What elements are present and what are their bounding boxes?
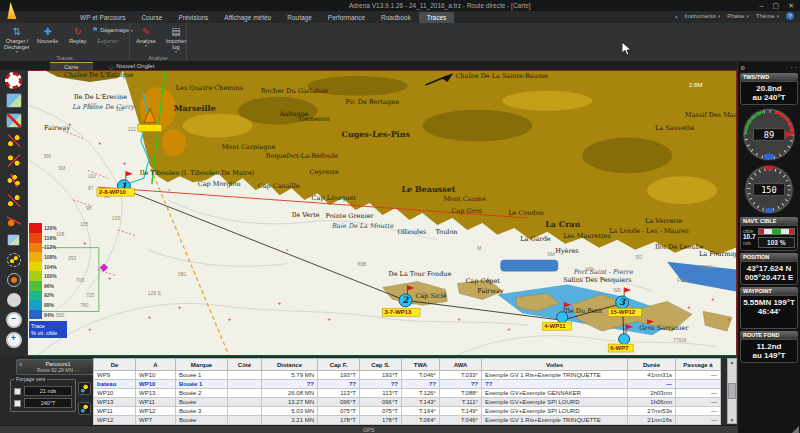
menu-tab-affichage-m-t-o[interactable]: Affichage météo xyxy=(216,12,279,23)
chart-symbol: 252 xyxy=(68,256,77,261)
legend-row: 112% xyxy=(29,243,65,253)
resize-grip[interactable] xyxy=(792,426,799,433)
map-place-label: Toulon xyxy=(435,228,457,236)
menu-tab-course[interactable]: Course xyxy=(133,12,170,23)
chart-symbol: 128 S xyxy=(148,292,162,297)
table-row[interactable]: WP12WP7Bouée3.21 MN178°T178°TT.064°T.046… xyxy=(94,416,721,425)
legs-table: DeAMarqueCôtéDistanceCap F.Cap S.TWAAWAV… xyxy=(93,358,721,425)
menu-tab-performance[interactable]: Performance xyxy=(320,12,373,23)
column-header[interactable]: Distance xyxy=(262,359,318,371)
minimize-button[interactable]: – xyxy=(760,1,764,10)
column-header[interactable]: A xyxy=(136,359,176,371)
close-parcours-button[interactable]: x xyxy=(19,361,22,373)
chart-small-icon[interactable] xyxy=(4,232,24,248)
zoom-window-icon[interactable] xyxy=(4,292,24,308)
panel-options-icon[interactable]: ▪ ▪ xyxy=(791,65,798,70)
legend-row: 88% xyxy=(29,300,65,310)
map-place-label: 2.8M xyxy=(689,82,702,88)
column-header[interactable]: Cap F. xyxy=(318,359,360,371)
boat-flag-icon[interactable] xyxy=(4,212,24,228)
column-header[interactable]: De xyxy=(94,359,136,371)
wind-pick-button[interactable] xyxy=(78,382,91,395)
chart-canvas[interactable]: ++++++++++++++++879398103105108110111107… xyxy=(28,71,736,355)
nouvelle-button[interactable]: ✚Nouvelle xyxy=(34,26,62,44)
chevron-down-icon: ▾ xyxy=(131,28,133,33)
flag-icon: ⚑ xyxy=(92,26,98,34)
menu-tab-pr-visions[interactable]: Prévisions xyxy=(170,12,216,23)
route-arrow-icon[interactable] xyxy=(4,132,24,148)
wind-speed-input[interactable]: 21 nds xyxy=(24,386,72,396)
help-icon[interactable]: ? xyxy=(786,12,794,20)
zoom-out-icon[interactable]: – xyxy=(4,312,24,328)
mouse-cursor xyxy=(622,42,632,56)
chart-plus-mark: + xyxy=(108,275,112,281)
menu-thème[interactable]: Thème▾ xyxy=(756,13,779,19)
legend-row: 92% xyxy=(29,291,65,301)
replay-button[interactable]: ↻Replay xyxy=(64,26,92,44)
route-edit-icon[interactable] xyxy=(4,192,24,208)
tab-nouvel-onglet[interactable]: ◇ Nouvel Onglet xyxy=(95,62,169,70)
column-header[interactable]: TWA xyxy=(402,359,440,371)
close-button[interactable]: ✕ xyxy=(788,1,794,10)
gear-icon[interactable]: ⚙ xyxy=(740,64,745,71)
route-points-icon[interactable] xyxy=(4,152,24,168)
svg-text:2-8-WP10: 2-8-WP10 xyxy=(99,190,127,196)
chart-symbol: 780 xyxy=(80,304,89,309)
status-bar: GPS xyxy=(0,425,737,433)
wind-direction-checkbox[interactable] xyxy=(14,400,21,407)
menu-tab-roadbook[interactable]: Roadbook xyxy=(373,12,419,23)
menu-tab-wp-et-parcours[interactable]: WP et Parcours xyxy=(72,12,133,23)
column-header[interactable]: Durée xyxy=(628,359,676,371)
menu-instruments[interactable]: Instruments▾ xyxy=(684,13,720,19)
chart-route-icon[interactable] xyxy=(4,112,24,128)
column-header[interactable]: Marque xyxy=(176,359,228,371)
chart-symbol: × xyxy=(286,248,289,253)
table-scrollbar[interactable]: ▲ ▼ xyxy=(727,358,737,424)
map-place-label: Marseille xyxy=(174,104,216,113)
boat-center-icon[interactable] xyxy=(4,272,24,288)
svg-text:89: 89 xyxy=(764,130,774,140)
column-header[interactable]: Passage à xyxy=(676,359,721,371)
map-place-label: Cap Gros xyxy=(451,207,482,215)
map-place-label: Cap Liouquet xyxy=(312,195,357,203)
legend-row: 120% xyxy=(29,223,65,233)
maximize-button[interactable]: ▢ xyxy=(773,1,780,10)
scroll-down-icon[interactable]: ▼ xyxy=(730,417,735,423)
menu-tab-routage[interactable]: Routage xyxy=(279,12,320,23)
table-row[interactable]: WP10WP13Bouée 226.08 MN113°T113°TT.126°T… xyxy=(94,389,721,398)
circle-points-icon[interactable] xyxy=(4,252,24,268)
column-header[interactable]: Côté xyxy=(228,359,262,371)
chevron-down-icon: ▾ xyxy=(145,44,147,48)
column-header[interactable]: Voiles xyxy=(482,359,628,371)
wind-direction-input[interactable]: 240°T xyxy=(24,398,72,408)
charger-décharger-button[interactable]: ⇅Charger / Décharger▾ xyxy=(2,26,32,54)
tab-carte[interactable]: Carte xyxy=(50,62,93,70)
menu-tab-traces[interactable]: Traces xyxy=(419,12,455,23)
menu-phase[interactable]: Phase▾ xyxy=(727,13,749,19)
table-row[interactable]: WP11WP12Bouée 35.03 MN075°T075°TT.164°T.… xyxy=(94,407,721,416)
wind-speed-checkbox[interactable] xyxy=(14,388,21,395)
column-header[interactable]: AWA xyxy=(440,359,482,371)
collapse-ribbon-icon[interactable]: ▴ xyxy=(675,13,678,19)
legend-row: 100% xyxy=(29,271,65,281)
chart-icon[interactable] xyxy=(4,92,24,108)
route-multi-icon[interactable] xyxy=(4,172,24,188)
scroll-up-icon[interactable]: ▲ xyxy=(730,359,735,365)
depannage-button[interactable]: ⚑ Dépannage ▾ xyxy=(92,26,133,34)
legend-footer: Trace % vit. cible xyxy=(29,321,67,338)
chart-symbol: 725 xyxy=(86,294,95,299)
main-content: Carte ◇ Nouvel Onglet –+ xyxy=(0,62,800,433)
zoom-in-icon[interactable]: + xyxy=(4,332,24,348)
table-row[interactable]: WP9WP10Bouée 15.79 MN193°T193°TT.046°T.0… xyxy=(94,371,721,380)
wind-pick-button-2[interactable] xyxy=(78,402,91,415)
chart-map[interactable]: ++++++++++++++++879398103105108110111107… xyxy=(27,70,737,356)
importer-log-button[interactable]: ▤Importer log▾ xyxy=(162,26,190,54)
table-row[interactable]: bateauWP10Bouée 1????????????— xyxy=(94,380,721,389)
table-row[interactable]: WP13WP11Bouée13.27 MN096°T096°TT.143°T.1… xyxy=(94,398,721,407)
chart-symbol: 110 xyxy=(88,175,96,180)
map-place-label: La Fourmigue xyxy=(699,250,736,258)
lifebuoy-icon[interactable] xyxy=(4,72,24,88)
parcours-header: x Parcours1 Reste 92.28 MN - - xyxy=(16,359,94,375)
analyse-button[interactable]: ✎Analyse▾ xyxy=(132,26,160,48)
column-header[interactable]: Cap S. xyxy=(360,359,402,371)
